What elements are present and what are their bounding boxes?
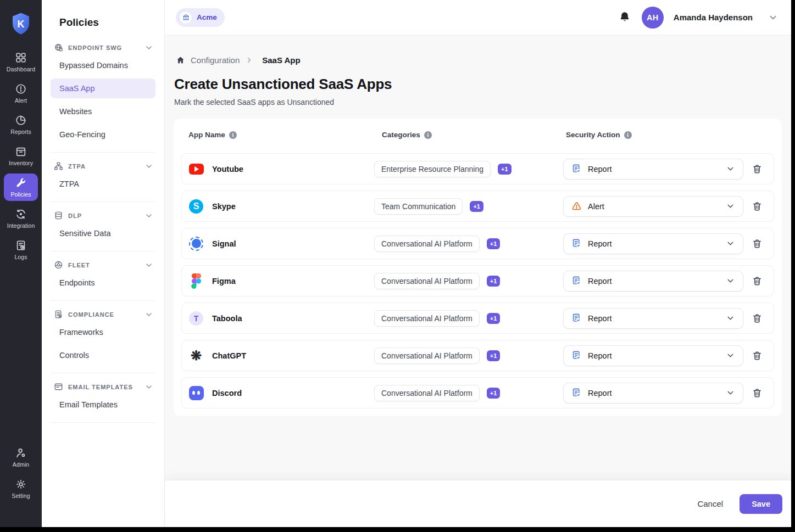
home-icon[interactable] — [176, 55, 185, 65]
info-icon[interactable]: i — [424, 131, 432, 139]
chevron-down-icon[interactable] — [144, 261, 153, 270]
table-row-signal: SignalConversational AI Platform+1Report — [181, 228, 774, 259]
app-name: Signal — [212, 239, 236, 248]
sidebar-item-saas-app[interactable]: SaaS App — [51, 79, 155, 98]
notifications-bell-icon[interactable] — [619, 11, 632, 24]
trash-icon — [752, 238, 764, 249]
security-action-cell: Report — [563, 271, 743, 292]
more-categories-badge[interactable]: +1 — [487, 350, 501, 361]
rail-item-setting[interactable]: Setting — [4, 475, 38, 502]
app-name: Taboola — [212, 314, 242, 323]
trash-icon — [752, 276, 764, 287]
delete-row-button[interactable] — [752, 238, 764, 250]
sidebar-section-ztpa[interactable]: ZTPA — [54, 161, 153, 171]
wrench-icon — [15, 177, 27, 189]
rail-item-dashboard[interactable]: Dashboard — [4, 48, 38, 76]
cancel-button[interactable]: Cancel — [697, 499, 723, 508]
admin-icon — [15, 447, 27, 459]
user-avatar[interactable]: AH — [642, 7, 664, 29]
mail-card-icon — [54, 382, 63, 391]
sidebar-section-fleet[interactable]: FLEET — [54, 260, 153, 270]
sidebar-item-websites[interactable]: Websites — [51, 102, 155, 121]
categories-cell: Team Communication+1 — [374, 198, 563, 215]
app-name-cell: Figma — [188, 273, 374, 289]
trash-icon — [752, 388, 764, 399]
sidebar-section-dlp[interactable]: DLP — [54, 211, 153, 220]
info-icon[interactable]: i — [229, 131, 237, 139]
chevron-down-icon[interactable] — [144, 310, 153, 319]
chevron-down-icon[interactable] — [144, 162, 153, 171]
sidebar-item-endpoints[interactable]: Endpoints — [51, 273, 155, 293]
security-action-select[interactable]: Report — [563, 345, 743, 366]
security-action-select[interactable]: Alert — [563, 196, 743, 217]
rail-item-label: Dashboard — [7, 66, 35, 72]
breadcrumb-configuration[interactable]: Configuration — [191, 55, 240, 65]
saas-apps-table: App Name i Categories i Security Action … — [174, 119, 782, 416]
sidebar-item-email-templates[interactable]: Email Templates — [51, 395, 155, 415]
more-categories-badge[interactable]: +1 — [487, 313, 501, 324]
sidebar-item-geo-fencing[interactable]: Geo-Fencing — [51, 125, 155, 144]
delete-row-button[interactable] — [752, 163, 764, 175]
app-name-cell: TTaboola — [188, 311, 374, 326]
rail-item-label: Admin — [13, 461, 29, 468]
app-name: Youtube — [212, 165, 243, 173]
security-action-select[interactable]: Report — [563, 308, 743, 329]
chevron-down-icon[interactable] — [726, 351, 735, 360]
rail-item-admin[interactable]: Admin — [4, 444, 38, 471]
security-action-select[interactable]: Report — [563, 271, 743, 292]
delete-row-button[interactable] — [752, 387, 764, 399]
rail-item-policies[interactable]: Policies — [4, 173, 38, 201]
more-categories-badge[interactable]: +1 — [498, 164, 512, 175]
report-icon — [571, 164, 582, 174]
sidebar-item-bypassed-domains[interactable]: Bypassed Domains — [51, 55, 155, 75]
rail-item-logs[interactable]: Logs — [4, 236, 38, 264]
security-action-cell: Report — [563, 159, 743, 180]
rail-item-alert[interactable]: Alert — [4, 80, 38, 107]
brand-logo-icon[interactable]: K — [11, 12, 31, 34]
sidebar-item-ztpa[interactable]: ZTPA — [51, 174, 155, 194]
report-icon — [571, 276, 582, 286]
delete-row-button[interactable] — [752, 275, 764, 287]
user-menu-chevron-down-icon[interactable] — [768, 13, 778, 23]
sidebar-item-sensitive-data[interactable]: Sensitive Data — [51, 223, 155, 243]
security-action-select[interactable]: Report — [563, 159, 743, 180]
reports-icon — [15, 114, 27, 126]
save-button[interactable]: Save — [740, 494, 782, 514]
sidebar-section-compliance[interactable]: COMPLIANCE — [54, 310, 153, 319]
chevron-down-icon[interactable] — [726, 276, 735, 285]
categories-cell: Conversational AI Platform+1 — [374, 236, 563, 252]
more-categories-badge[interactable]: +1 — [487, 276, 501, 287]
security-action-select[interactable]: Report — [563, 233, 743, 254]
more-categories-badge[interactable]: +1 — [470, 201, 483, 212]
chevron-down-icon[interactable] — [144, 211, 153, 220]
delete-row-button[interactable] — [752, 350, 764, 362]
globe-lock-icon — [54, 43, 63, 52]
rail-item-inventory[interactable]: Inventory — [4, 142, 38, 170]
rail-item-integration[interactable]: Integration — [4, 205, 38, 232]
security-action-select[interactable]: Report — [563, 383, 743, 404]
rail-item-reports[interactable]: Reports — [4, 111, 38, 138]
chevron-down-icon[interactable] — [144, 43, 153, 52]
delete-row-button[interactable] — [752, 200, 764, 212]
sidebar-section-endpoint-swg[interactable]: ENDPOINT SWG — [54, 43, 153, 52]
more-categories-badge[interactable]: +1 — [487, 238, 501, 249]
sidebar-item-controls[interactable]: Controls — [51, 345, 155, 365]
report-icon — [571, 350, 582, 361]
chevron-down-icon[interactable] — [144, 383, 153, 391]
category-chip: Conversational AI Platform — [374, 273, 480, 289]
app-window: K DashboardAlertReportsInventoryPolicies… — [0, 0, 791, 527]
sidebar-item-frameworks[interactable]: Frameworks — [51, 322, 155, 342]
security-action-cell: Report — [563, 383, 743, 404]
chevron-down-icon[interactable] — [726, 313, 735, 323]
delete-row-button[interactable] — [752, 312, 764, 324]
sidebar-section-email-templates[interactable]: EMAIL TEMPLATES — [54, 382, 153, 391]
chevron-down-icon[interactable] — [726, 239, 735, 248]
chevron-down-icon[interactable] — [726, 201, 735, 211]
report-icon — [571, 238, 582, 249]
org-switcher[interactable]: Acme — [176, 8, 225, 27]
column-header-categories: Categories i — [374, 131, 563, 139]
chevron-down-icon[interactable] — [726, 388, 735, 397]
info-icon[interactable]: i — [624, 131, 632, 139]
chevron-down-icon[interactable] — [726, 164, 735, 173]
more-categories-badge[interactable]: +1 — [487, 388, 501, 399]
